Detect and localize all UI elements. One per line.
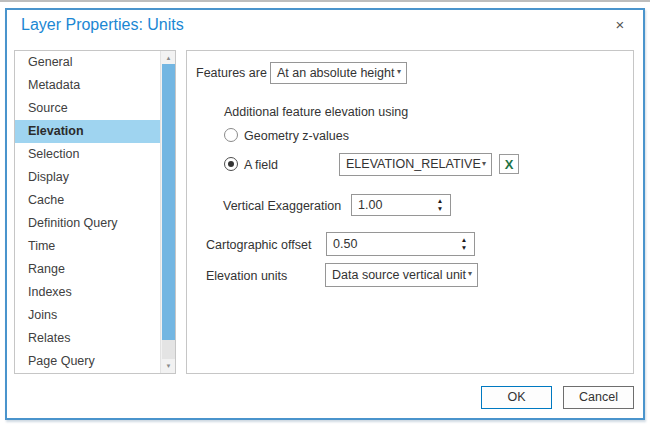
sidebar-item-cache[interactable]: Cache bbox=[15, 189, 160, 212]
sidebar-item-source[interactable]: Source bbox=[15, 97, 160, 120]
elevation-units-dropdown[interactable]: Data source vertical unit ▾ bbox=[325, 263, 478, 287]
scrollbar-up-icon[interactable]: ▲ bbox=[161, 51, 176, 65]
cartographic-offset-value: 0.50 bbox=[333, 237, 357, 251]
close-icon: × bbox=[616, 16, 625, 33]
sidebar-item-relates[interactable]: Relates bbox=[15, 327, 160, 350]
features-are-label: Features are bbox=[196, 66, 267, 80]
chevron-down-icon: ▾ bbox=[468, 263, 472, 285]
a-field-radio[interactable] bbox=[224, 157, 238, 171]
set-expression-button[interactable]: X bbox=[499, 154, 519, 174]
elevation-field-dropdown[interactable]: ELEVATION_RELATIVE ▾ bbox=[339, 153, 492, 176]
cartographic-offset-label: Cartographic offset bbox=[206, 238, 311, 252]
vertical-exaggeration-input[interactable]: 1.00 ▲ ▼ bbox=[351, 194, 451, 216]
cartographic-offset-input[interactable]: 0.50 ▲ ▼ bbox=[326, 232, 475, 256]
features-are-value: At an absolute height bbox=[277, 63, 394, 83]
elevation-units-label: Elevation units bbox=[206, 269, 287, 283]
layer-properties-dialog: Layer Properties: Units × General Metada… bbox=[5, 8, 645, 420]
page-background: Layer Properties: Units × General Metada… bbox=[0, 0, 650, 428]
elevation-settings-panel: Features are At an absolute height ▾ Add… bbox=[186, 50, 634, 374]
sidebar-item-definition-query[interactable]: Definition Query bbox=[15, 212, 160, 235]
sidebar-item-indexes[interactable]: Indexes bbox=[15, 281, 160, 304]
sidebar-item-display[interactable]: Display bbox=[15, 166, 160, 189]
expression-x-icon: X bbox=[505, 157, 514, 172]
geometry-z-values-radio[interactable] bbox=[224, 128, 238, 142]
properties-category-list: General Metadata Source Elevation Select… bbox=[14, 50, 176, 374]
chevron-down-icon: ▾ bbox=[397, 62, 401, 82]
vertical-exaggeration-label: Vertical Exaggeration bbox=[223, 199, 341, 213]
scrollbar-down-icon[interactable]: ▼ bbox=[161, 359, 176, 373]
sidebar-item-joins[interactable]: Joins bbox=[15, 304, 160, 327]
sidebar-item-elevation[interactable]: Elevation bbox=[15, 120, 160, 143]
sidebar-item-page-query[interactable]: Page Query bbox=[15, 350, 160, 373]
features-are-dropdown[interactable]: At an absolute height ▾ bbox=[270, 62, 407, 84]
sidebar-item-selection[interactable]: Selection bbox=[15, 143, 160, 166]
spinner-down-icon[interactable]: ▼ bbox=[434, 205, 446, 213]
dialog-title: Layer Properties: Units bbox=[21, 16, 184, 34]
elevation-units-value: Data source vertical unit bbox=[332, 264, 466, 286]
scrollbar-thumb[interactable] bbox=[162, 64, 175, 340]
scrollbar-track[interactable] bbox=[162, 340, 175, 359]
sidebar-item-time[interactable]: Time bbox=[15, 235, 160, 258]
geometry-z-values-label[interactable]: Geometry z-values bbox=[244, 129, 349, 143]
elevation-field-value: ELEVATION_RELATIVE bbox=[346, 154, 481, 175]
vertical-exaggeration-value: 1.00 bbox=[358, 198, 382, 212]
spinner-down-icon[interactable]: ▼ bbox=[458, 244, 470, 252]
chevron-down-icon: ▾ bbox=[482, 153, 486, 174]
sidebar-scrollbar[interactable]: ▲ ▼ bbox=[160, 51, 175, 373]
spinner-up-icon[interactable]: ▲ bbox=[434, 197, 446, 205]
sidebar-item-general[interactable]: General bbox=[15, 51, 160, 74]
a-field-label[interactable]: A field bbox=[244, 158, 278, 172]
cancel-button[interactable]: Cancel bbox=[563, 386, 634, 409]
window-top-edge bbox=[0, 0, 650, 2]
sidebar-item-range[interactable]: Range bbox=[15, 258, 160, 281]
additional-elevation-label: Additional feature elevation using bbox=[224, 105, 408, 119]
sidebar-item-metadata[interactable]: Metadata bbox=[15, 74, 160, 97]
ok-button[interactable]: OK bbox=[481, 386, 552, 409]
close-button[interactable]: × bbox=[611, 16, 629, 34]
spinner-up-icon[interactable]: ▲ bbox=[458, 236, 470, 244]
